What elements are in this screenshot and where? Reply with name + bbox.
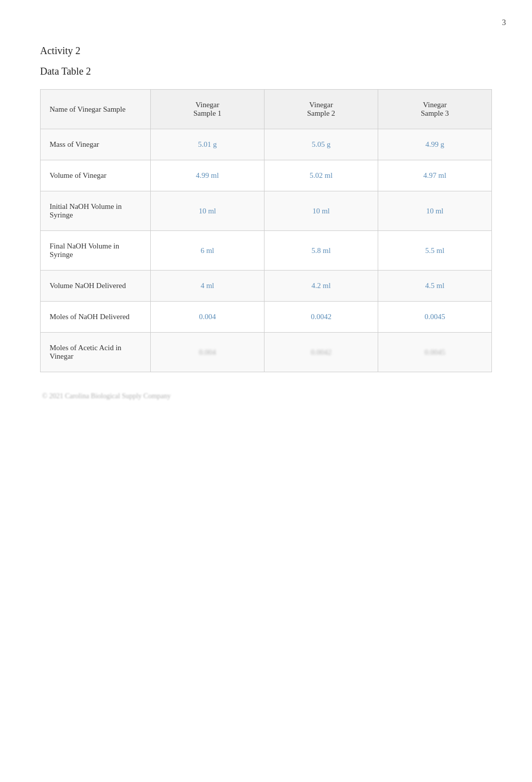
- row-label-3: Final NaOH Volume inSyringe: [41, 231, 151, 271]
- data-cell-6-2: 0.0045: [378, 333, 492, 372]
- data-cell-1-1: 5.02 ml: [264, 160, 378, 191]
- data-cell-1-0: 4.99 ml: [151, 160, 264, 191]
- header-col1: VinegarSample 1: [151, 90, 264, 129]
- data-cell-5-0: 0.004: [151, 302, 264, 333]
- bottom-text: © 2021 Carolina Biological Supply Compan…: [40, 392, 492, 400]
- data-cell-2-2: 10 ml: [378, 191, 492, 231]
- data-cell-0-0: 5.01 g: [151, 129, 264, 160]
- row-label-1: Volume of Vinegar: [41, 160, 151, 191]
- data-cell-0-2: 4.99 g: [378, 129, 492, 160]
- row-label-4: Volume NaOH Delivered: [41, 271, 151, 302]
- data-cell-4-1: 4.2 ml: [264, 271, 378, 302]
- data-cell-3-2: 5.5 ml: [378, 231, 492, 271]
- data-cell-6-1: 0.0042: [264, 333, 378, 372]
- row-label-2: Initial NaOH Volume inSyringe: [41, 191, 151, 231]
- row-label-5: Moles of NaOH Delivered: [41, 302, 151, 333]
- data-cell-3-1: 5.8 ml: [264, 231, 378, 271]
- header-col2: VinegarSample 2: [264, 90, 378, 129]
- row-label-0: Mass of Vinegar: [41, 129, 151, 160]
- data-cell-2-1: 10 ml: [264, 191, 378, 231]
- data-cell-5-2: 0.0045: [378, 302, 492, 333]
- row-label-6: Moles of Acetic Acid inVinegar: [41, 333, 151, 372]
- data-table: Name of Vinegar Sample VinegarSample 1 V…: [40, 89, 492, 372]
- data-cell-4-0: 4 ml: [151, 271, 264, 302]
- header-col3: VinegarSample 3: [378, 90, 492, 129]
- data-cell-6-0: 0.004: [151, 333, 264, 372]
- page-number: 3: [502, 18, 506, 27]
- data-cell-3-0: 6 ml: [151, 231, 264, 271]
- header-row-label: Name of Vinegar Sample: [41, 90, 151, 129]
- data-cell-4-2: 4.5 ml: [378, 271, 492, 302]
- activity-title: Activity 2: [40, 45, 492, 57]
- data-cell-0-1: 5.05 g: [264, 129, 378, 160]
- data-cell-2-0: 10 ml: [151, 191, 264, 231]
- table-title: Data Table 2: [40, 66, 492, 77]
- data-cell-1-2: 4.97 ml: [378, 160, 492, 191]
- data-cell-5-1: 0.0042: [264, 302, 378, 333]
